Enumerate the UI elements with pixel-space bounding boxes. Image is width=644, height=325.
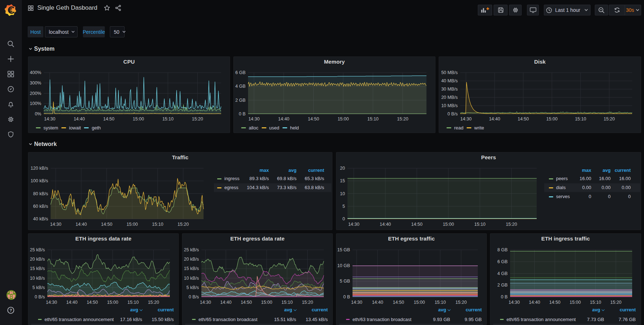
svg-text:15:20: 15:20 — [603, 116, 615, 122]
svg-text:15:00: 15:00 — [546, 116, 557, 122]
svg-text:40 MB/s: 40 MB/s — [441, 78, 458, 83]
svg-text:200%: 200% — [30, 91, 41, 96]
svg-text:300%: 300% — [30, 81, 41, 86]
svg-text:14:50: 14:50 — [518, 116, 529, 122]
svg-text:50 MB/s: 50 MB/s — [441, 70, 458, 75]
svg-text:15:00: 15:00 — [337, 116, 349, 122]
svg-text:14:50: 14:50 — [308, 116, 319, 122]
svg-text:14:30: 14:30 — [44, 116, 55, 122]
svg-text:6 GB: 6 GB — [235, 70, 246, 75]
svg-text:15:10: 15:10 — [367, 116, 378, 122]
svg-text:0%: 0% — [35, 111, 41, 116]
svg-text:15:10: 15:10 — [162, 116, 173, 122]
svg-text:20 MB/s: 20 MB/s — [441, 95, 458, 100]
svg-text:14:40: 14:40 — [74, 116, 85, 122]
svg-text:2 GB: 2 GB — [235, 98, 246, 103]
svg-text:15:00: 15:00 — [133, 116, 144, 122]
svg-text:?: ? — [9, 308, 12, 312]
svg-text:14:40: 14:40 — [489, 116, 500, 122]
svg-text:10 MB/s: 10 MB/s — [441, 103, 458, 108]
svg-text:400%: 400% — [30, 70, 41, 75]
svg-text:15:10: 15:10 — [575, 116, 586, 122]
svg-text:4 GB: 4 GB — [235, 84, 246, 89]
svg-text:0 B: 0 B — [239, 111, 246, 116]
svg-text:30 MB/s: 30 MB/s — [441, 87, 458, 92]
svg-text:15:20: 15:20 — [192, 116, 203, 122]
svg-text:14:50: 14:50 — [103, 116, 114, 122]
svg-text:14:30: 14:30 — [460, 116, 471, 122]
svg-text:100%: 100% — [30, 101, 41, 106]
svg-text:14:30: 14:30 — [248, 116, 260, 122]
svg-text:14:40: 14:40 — [278, 116, 289, 122]
svg-text:0 B/s: 0 B/s — [448, 111, 458, 116]
svg-text:15:20: 15:20 — [397, 116, 408, 122]
